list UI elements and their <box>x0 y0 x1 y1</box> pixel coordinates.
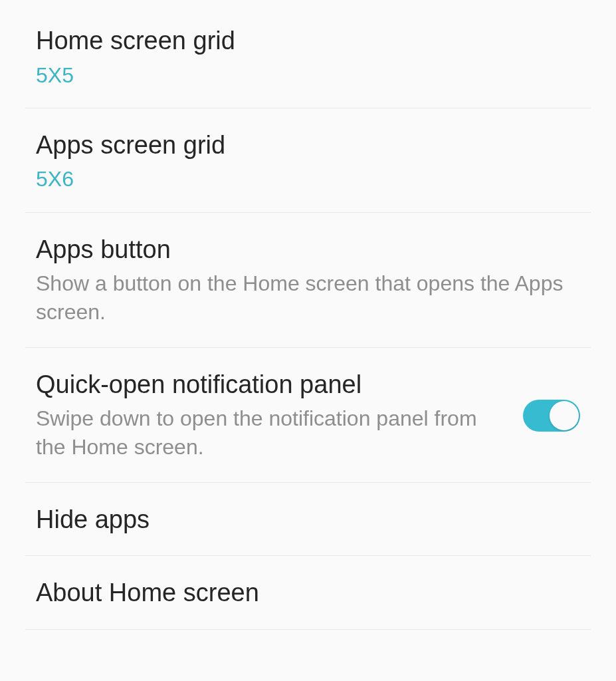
setting-apps-screen-grid[interactable]: Apps screen grid 5X6 <box>25 108 591 213</box>
setting-text: About Home screen <box>36 577 580 609</box>
setting-title: About Home screen <box>36 577 580 609</box>
quick-open-toggle[interactable] <box>523 400 580 432</box>
setting-value: 5X5 <box>36 63 580 88</box>
toggle-knob <box>550 401 579 430</box>
setting-description: Swipe down to open the notification pane… <box>36 404 510 462</box>
setting-text: Apps button Show a button on the Home sc… <box>36 234 580 327</box>
setting-title: Apps button <box>36 234 580 266</box>
setting-title: Home screen grid <box>36 25 580 57</box>
setting-text: Hide apps <box>36 504 580 536</box>
setting-quick-open-notification[interactable]: Quick-open notification panel Swipe down… <box>25 348 591 483</box>
setting-title: Quick-open notification panel <box>36 369 510 401</box>
setting-home-screen-grid[interactable]: Home screen grid 5X5 <box>25 0 591 108</box>
setting-value: 5X6 <box>36 166 580 192</box>
setting-title: Apps screen grid <box>36 130 580 162</box>
setting-text: Quick-open notification panel Swipe down… <box>36 369 510 462</box>
setting-hide-apps[interactable]: Hide apps <box>25 483 591 557</box>
setting-description: Show a button on the Home screen that op… <box>36 269 580 327</box>
setting-about-home-screen[interactable]: About Home screen <box>25 556 591 630</box>
settings-list: Home screen grid 5X5 Apps screen grid 5X… <box>0 0 616 630</box>
setting-text: Apps screen grid 5X6 <box>36 130 580 192</box>
setting-apps-button[interactable]: Apps button Show a button on the Home sc… <box>25 213 591 348</box>
setting-text: Home screen grid 5X5 <box>36 25 580 88</box>
setting-title: Hide apps <box>36 504 580 536</box>
